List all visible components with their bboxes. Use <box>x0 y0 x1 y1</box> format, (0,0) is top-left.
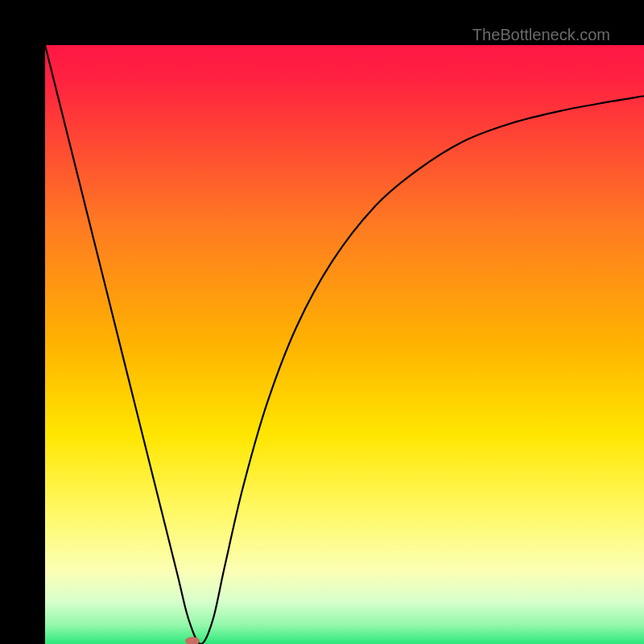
chart-frame: TheBottleneck.com <box>0 0 644 644</box>
chart-svg <box>45 45 644 644</box>
gradient-background <box>45 45 644 644</box>
plot-area <box>45 45 644 644</box>
watermark-text: TheBottleneck.com <box>473 26 610 44</box>
